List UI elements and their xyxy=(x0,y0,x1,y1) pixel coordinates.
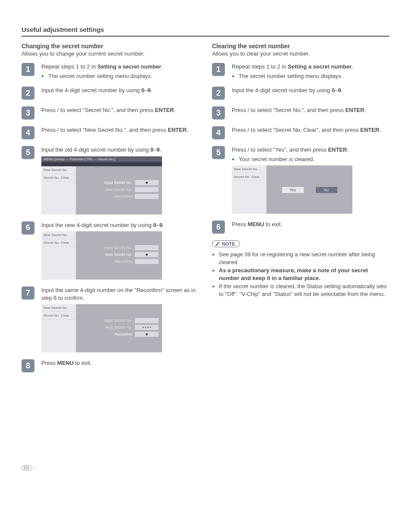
left-step-6: 6 Input the new 4-digit secret number by… xyxy=(22,221,199,280)
content-columns: Changing the secret number Allows you to… xyxy=(22,43,389,379)
step-number-badge: 8 xyxy=(22,359,34,372)
right-column: Clearing the secret number Allows you to… xyxy=(212,43,389,379)
step-number-badge: 1 xyxy=(22,63,34,76)
osd-row: Input Secret No. xyxy=(80,245,159,250)
osd-field xyxy=(135,318,159,323)
osd-body: New Secret No. Secret No. Clear Input Se… xyxy=(41,304,162,352)
right-step-4: 4 Press / to select "Secret No. Clear", … xyxy=(212,126,389,139)
osd-field-active: ■ xyxy=(135,180,159,185)
osd-yes-button: Yes xyxy=(282,187,304,193)
left-sub: Allows you to change your current secret… xyxy=(22,50,199,57)
osd-sidebar-item: Secret No. Clear xyxy=(41,239,76,247)
note-section: NOTE See page 39 for re-registering a ne… xyxy=(212,240,389,298)
osd-row: Reconfirm xyxy=(80,194,159,199)
step-number-badge: 1 xyxy=(212,63,225,76)
osd-sidebar: New Secret No. Secret No. Clear xyxy=(41,166,76,215)
right-step-6: 6 Press MENU to exit. xyxy=(212,221,389,233)
step-number-badge: 5 xyxy=(22,146,34,159)
osd-sidebar: New Secret No. Secret No. Clear xyxy=(41,231,76,280)
osd-row: Reconfirm xyxy=(80,259,159,264)
step-body: Press / to select "Secret No.", and then… xyxy=(41,106,199,119)
left-step-4: 4 Press / to select "New Secret No.", an… xyxy=(22,126,199,139)
left-heading: Changing the secret number xyxy=(22,43,199,50)
right-step-5: 5 Press / to select "Yes", and then pres… xyxy=(212,146,389,214)
step-number-badge: 2 xyxy=(22,87,34,100)
step-text: Input the new 4-digit secret number by u… xyxy=(41,221,199,229)
step-text: Input the 4-digit secret number by using… xyxy=(232,87,389,94)
step-text: Input the old 4-digit secret number by u… xyxy=(41,146,199,154)
step-number-badge: 4 xyxy=(212,126,225,139)
step-text: Repeat steps 1 to 2 in Setting a secret … xyxy=(232,63,389,71)
step-body: Press / to select "Yes", and then press … xyxy=(232,146,389,214)
step-body: Press MENU to exit. xyxy=(232,221,389,233)
step-body: Press / to select "New Secret No.", and … xyxy=(41,126,199,139)
step-body: Repeat steps 1 to 2 in Setting a secret … xyxy=(41,63,199,80)
right-step-1: 1 Repeat steps 1 to 2 in Setting a secre… xyxy=(212,63,389,80)
osd-row: Reconfirm■ xyxy=(80,332,159,337)
title-rule xyxy=(22,36,389,37)
step-body: Repeat steps 1 to 2 in Setting a secret … xyxy=(232,63,389,80)
osd-row: Input Secret No. xyxy=(80,318,159,323)
step-body: Input the 4-digit secret number by using… xyxy=(232,87,389,100)
step-bullet: The secret number setting menu displays. xyxy=(239,72,389,80)
osd-field xyxy=(135,194,159,199)
osd-sidebar: New Secret No. Secret No. Clear xyxy=(232,165,267,214)
osd-sidebar-item: Secret No. Clear xyxy=(232,173,266,181)
step-text: Input the 4-digit secret number by using… xyxy=(41,87,199,94)
step-body: Input the same 4-digit number on the "Re… xyxy=(41,286,199,352)
osd-sidebar-item: Secret No. Clear xyxy=(41,174,76,182)
left-column: Changing the secret number Allows you to… xyxy=(22,43,199,379)
step-text: Press MENU to exit. xyxy=(232,221,389,228)
step-text: Press / to select "Yes", and then press … xyxy=(232,146,389,154)
step-number-badge: 3 xyxy=(212,106,225,119)
step-text: Press / to select "New Secret No.", and … xyxy=(41,126,199,134)
step-text: Press MENU to exit. xyxy=(41,359,199,367)
osd-mockup-reconfirm: New Secret No. Secret No. Clear Input Se… xyxy=(41,304,162,352)
osd-mockup-new: New Secret No. Secret No. Clear Input Se… xyxy=(41,231,162,280)
note-item: If the secret number is cleared, the Sta… xyxy=(219,283,389,298)
osd-sidebar-item: New Secret No. xyxy=(41,304,76,312)
pencil-icon xyxy=(215,241,220,246)
step-text: Press / to select "Secret No.", and then… xyxy=(232,106,389,114)
osd-field-active: ■ xyxy=(135,332,159,337)
osd-sidebar: New Secret No. Secret No. Clear xyxy=(41,304,76,352)
note-item: See page 39 for re-registering a new sec… xyxy=(219,251,389,266)
osd-panel: Input Secret No. New Secret No.■ Reconfi… xyxy=(76,231,162,280)
osd-row: New Secret No. xyxy=(80,187,159,192)
step-text: Press / to select "Secret No. Clear", an… xyxy=(232,126,389,134)
step-body: Press / to select "Secret No. Clear", an… xyxy=(232,126,389,139)
left-step-8: 8 Press MENU to exit. xyxy=(22,359,199,372)
osd-panel: Input Secret No.■ New Secret No. Reconfi… xyxy=(76,166,162,215)
osd-field: • • • • xyxy=(135,325,159,330)
right-heading: Clearing the secret number xyxy=(212,43,389,50)
osd-row: New Secret No.■ xyxy=(80,252,159,257)
left-step-5: 5 Input the old 4-digit secret number by… xyxy=(22,146,199,215)
step-number-badge: 6 xyxy=(22,221,34,234)
step-text: Input the same 4-digit number on the "Re… xyxy=(41,286,199,302)
osd-field xyxy=(135,259,159,264)
osd-yesno: Yes No xyxy=(270,187,349,193)
note-badge: NOTE xyxy=(212,240,240,247)
right-step-3: 3 Press / to select "Secret No.", and th… xyxy=(212,106,389,119)
osd-mockup-clear: New Secret No. Secret No. Clear Yes No xyxy=(232,165,352,214)
osd-body: New Secret No. Secret No. Clear Input Se… xyxy=(41,166,162,215)
step-body: Input the new 4-digit secret number by u… xyxy=(41,221,199,280)
step-number-badge: 2 xyxy=(212,87,225,100)
step-number-badge: 5 xyxy=(212,146,225,159)
osd-field xyxy=(135,245,159,250)
osd-field xyxy=(135,187,159,192)
right-step-2: 2 Input the 4-digit secret number by usi… xyxy=(212,87,389,100)
step-number-badge: 6 xyxy=(212,221,225,233)
osd-field-active: ■ xyxy=(135,252,159,257)
osd-row: Input Secret No.■ xyxy=(80,180,159,185)
osd-sidebar-item: New Secret No. xyxy=(41,166,76,174)
osd-no-button: No xyxy=(316,187,337,193)
osd-breadcrumb: MENU [Setup --- Parental CTRL --- Secret… xyxy=(41,156,162,162)
osd-body: New Secret No. Secret No. Clear Input Se… xyxy=(41,231,162,280)
left-step-1: 1 Repeat steps 1 to 2 in Setting a secre… xyxy=(22,63,199,80)
step-body: Press / to select "Secret No.", and then… xyxy=(232,106,389,119)
page-footer: EN - xyxy=(22,465,389,470)
step-text: Repeat steps 1 to 2 in Setting a secret … xyxy=(41,63,199,71)
note-label: NOTE xyxy=(222,241,235,246)
step-body: Press MENU to exit. xyxy=(41,359,199,372)
